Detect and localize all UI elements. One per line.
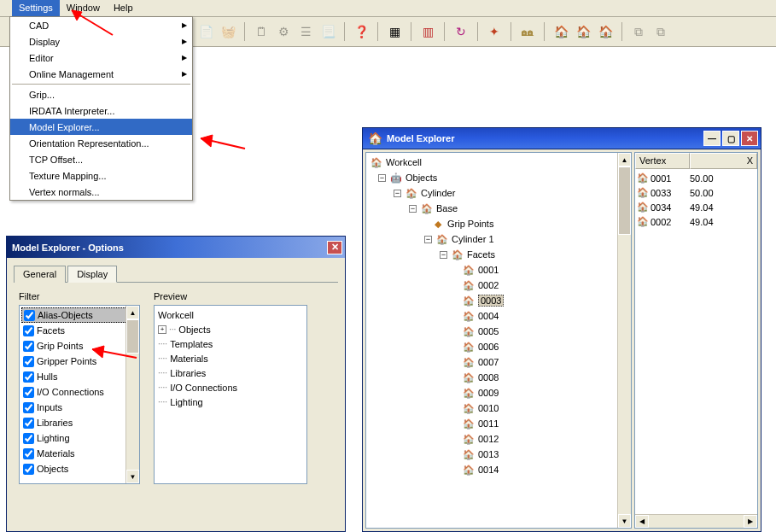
menu-help[interactable]: Help: [107, 0, 140, 16]
scroll-left-button[interactable]: ◀: [635, 515, 649, 528]
menuitem-online-management[interactable]: Online Management: [10, 66, 192, 82]
menuitem-texture-mapping[interactable]: Texture Mapping...: [10, 167, 192, 184]
tree-facet-item[interactable]: 🏠0012: [370, 431, 629, 447]
tree-facet-item[interactable]: 🏠0010: [370, 400, 629, 416]
tree-base[interactable]: − 🏠 Base: [370, 201, 629, 216]
vertex-row[interactable]: 🏠000249.04: [637, 214, 756, 229]
filter-item[interactable]: I/O Connections: [21, 384, 137, 400]
maximize-button[interactable]: ▢: [722, 131, 739, 146]
preview-workcell[interactable]: Workcell: [158, 307, 303, 322]
filter-checkbox[interactable]: [23, 371, 34, 383]
tb-btn-14[interactable]: 🏠: [596, 22, 615, 41]
scroll-thumb[interactable]: [126, 319, 139, 354]
collapse-icon[interactable]: −: [424, 236, 432, 243]
tb-help[interactable]: ❓: [352, 22, 370, 41]
model-explorer-titlebar[interactable]: 🏠 Model Explorer — ▢ ✕: [363, 128, 761, 149]
vertex-row[interactable]: 🏠000150.00: [637, 171, 756, 185]
tb-btn-11[interactable]: 🏘: [518, 22, 537, 41]
scroll-up-button[interactable]: ▲: [126, 306, 139, 319]
expand-icon[interactable]: +: [158, 325, 166, 334]
tab-general[interactable]: General: [14, 266, 66, 283]
tree-facet-item[interactable]: 🏠0013: [370, 447, 629, 462]
tree-facet-item[interactable]: 🏠0003: [370, 293, 629, 308]
preview-materials[interactable]: ····Materials: [158, 351, 303, 365]
tree-facet-item[interactable]: 🏠0014: [370, 462, 629, 477]
filter-checkbox[interactable]: [23, 418, 34, 429]
tree-facet-item[interactable]: 🏠0008: [370, 370, 629, 385]
filter-checkbox[interactable]: [23, 433, 34, 444]
vertex-row[interactable]: 🏠003350.00: [637, 185, 756, 200]
filter-listbox[interactable]: Alias-ObjectsFacetsGrip PointsGripper Po…: [19, 305, 140, 484]
collapse-icon[interactable]: −: [394, 190, 401, 197]
tree-workcell[interactable]: 🏠 Workcell: [370, 155, 629, 170]
tree-facet-item[interactable]: 🏠0005: [370, 324, 629, 339]
filter-checkbox[interactable]: [23, 356, 34, 367]
close-button[interactable]: ✕: [327, 241, 342, 254]
filter-checkbox[interactable]: [23, 387, 34, 398]
menuitem-model-explorer[interactable]: Model Explorer...: [10, 119, 192, 135]
menuitem-irdata[interactable]: IRDATA Interpreter...: [10, 102, 192, 119]
filter-item[interactable]: Grip Points: [21, 338, 137, 354]
tree-facet-item[interactable]: 🏠0002: [370, 278, 629, 293]
tb-btn-9[interactable]: ↻: [452, 22, 470, 41]
preview-objects[interactable]: + ··· Objects: [158, 322, 303, 336]
scroll-up-button[interactable]: ▲: [618, 153, 631, 167]
tb-btn-12[interactable]: 🏠: [551, 22, 570, 41]
menuitem-orientation[interactable]: Orientation Representation...: [10, 135, 192, 151]
tree-cylinder[interactable]: − 🏠 Cylinder: [370, 185, 629, 201]
collapse-icon[interactable]: −: [378, 174, 386, 182]
filter-checkbox[interactable]: [23, 448, 34, 459]
tree-grip-points[interactable]: ◆ Grip Points: [370, 216, 629, 231]
filter-checkbox[interactable]: [23, 325, 34, 336]
tb-btn-16[interactable]: ⧉: [651, 22, 670, 41]
menu-window[interactable]: Window: [60, 0, 107, 16]
tree-objects[interactable]: − 🤖 Objects: [370, 170, 629, 185]
scroll-thumb[interactable]: [618, 167, 631, 235]
collapse-icon[interactable]: −: [409, 205, 417, 213]
preview-io[interactable]: ····I/O Connections: [158, 380, 303, 395]
filter-item[interactable]: Inputs: [21, 400, 137, 415]
menuitem-display[interactable]: Display: [10, 33, 192, 50]
tb-btn-2[interactable]: 🧺: [219, 22, 237, 41]
filter-checkbox[interactable]: [24, 310, 35, 321]
scroll-down-button[interactable]: ▼: [618, 514, 631, 528]
tree-facet-item[interactable]: 🏠0009: [370, 385, 629, 400]
filter-item[interactable]: Libraries: [21, 415, 137, 430]
menuitem-tcp-offset[interactable]: TCP Offset...: [10, 151, 192, 167]
tree-facet-item[interactable]: 🏠0007: [370, 354, 629, 370]
tree-facet-item[interactable]: 🏠0001: [370, 262, 629, 278]
tb-btn-10[interactable]: ✦: [485, 22, 504, 41]
tb-btn-7[interactable]: ▦: [385, 22, 404, 41]
model-tree[interactable]: 🏠 Workcell − 🤖 Objects − 🏠 Cylinder: [365, 152, 632, 529]
tree-cylinder-1[interactable]: − 🏠 Cylinder 1: [370, 231, 629, 247]
tree-facet-item[interactable]: 🏠0006: [370, 339, 629, 354]
tree-facet-item[interactable]: 🏠0004: [370, 308, 629, 324]
col-x[interactable]: X: [690, 153, 757, 169]
col-vertex[interactable]: Vertex: [635, 153, 690, 169]
preview-templates[interactable]: ····Templates: [158, 336, 303, 351]
tb-btn-4[interactable]: ⚙: [274, 22, 293, 41]
scroll-right-button[interactable]: ▶: [744, 515, 757, 528]
vertex-list[interactable]: Vertex X 🏠000150.00🏠003350.00🏠003449.04🏠…: [634, 152, 758, 529]
preview-lighting[interactable]: ····Lighting: [158, 395, 303, 409]
filter-item[interactable]: Materials: [21, 446, 137, 461]
filter-checkbox[interactable]: [23, 341, 34, 352]
vertex-hscroll[interactable]: ◀ ▶: [635, 514, 757, 528]
tb-btn-8[interactable]: ▥: [418, 22, 437, 41]
tree-scrollbar[interactable]: ▲ ▼: [617, 153, 631, 528]
minimize-button[interactable]: —: [703, 131, 721, 146]
filter-checkbox[interactable]: [23, 402, 34, 413]
filter-item[interactable]: Hulls: [21, 369, 137, 384]
close-button[interactable]: ✕: [741, 131, 758, 146]
tree-facet-item[interactable]: 🏠0011: [370, 416, 629, 431]
tb-btn-3[interactable]: 🗒: [252, 22, 271, 41]
vertex-row[interactable]: 🏠003449.04: [637, 200, 756, 214]
filter-item[interactable]: Gripper Points: [21, 354, 137, 369]
tree-facets[interactable]: − 🏠 Facets: [370, 247, 629, 262]
menuitem-editor[interactable]: Editor: [10, 50, 192, 66]
tb-btn-1[interactable]: 📄: [196, 22, 215, 41]
tb-btn-6[interactable]: 📃: [318, 22, 337, 41]
menuitem-vertex-normals[interactable]: Vertex normals...: [10, 184, 192, 200]
filter-item[interactable]: Lighting: [21, 430, 137, 446]
tb-btn-5[interactable]: ☰: [296, 22, 315, 41]
